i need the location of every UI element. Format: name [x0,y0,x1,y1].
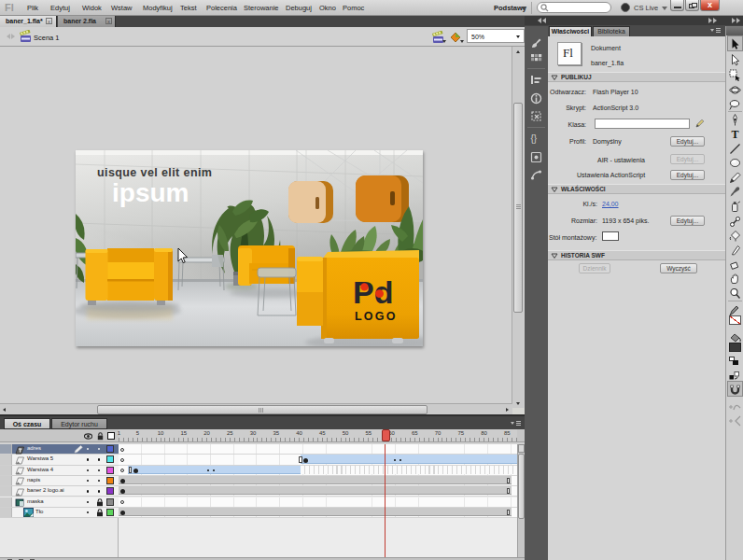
svg-text:LOGO: LOGO [355,310,398,323]
svg-text:T: T [732,128,739,140]
svg-text:uisque vel elit enim: uisque vel elit enim [97,166,212,179]
svg-text:{}: {} [531,133,538,144]
svg-text:Pd: Pd [353,274,393,310]
svg-text:ipsum: ipsum [112,178,189,207]
